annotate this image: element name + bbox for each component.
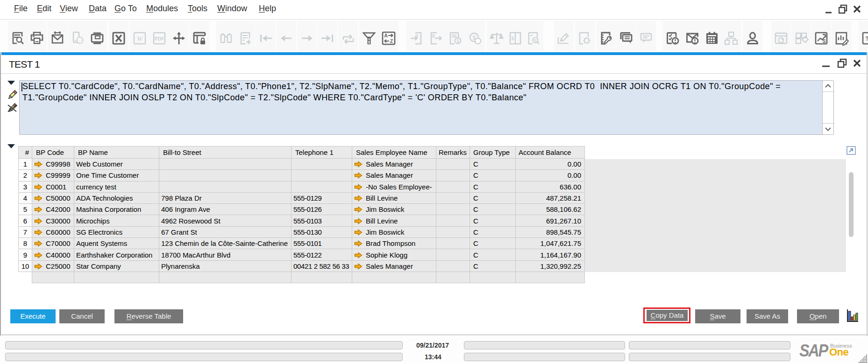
svg-text:$: $ [534, 38, 537, 42]
svg-text:?: ? [865, 35, 868, 42]
svg-text:$: $ [456, 38, 459, 43]
svg-text:$: $ [511, 35, 514, 41]
svg-text:PDF: PDF [155, 36, 164, 42]
svg-text:A: A [384, 33, 387, 38]
svg-text:S: S [823, 39, 826, 44]
svg-text:Z: Z [390, 39, 393, 44]
svg-text:W: W [137, 35, 143, 42]
